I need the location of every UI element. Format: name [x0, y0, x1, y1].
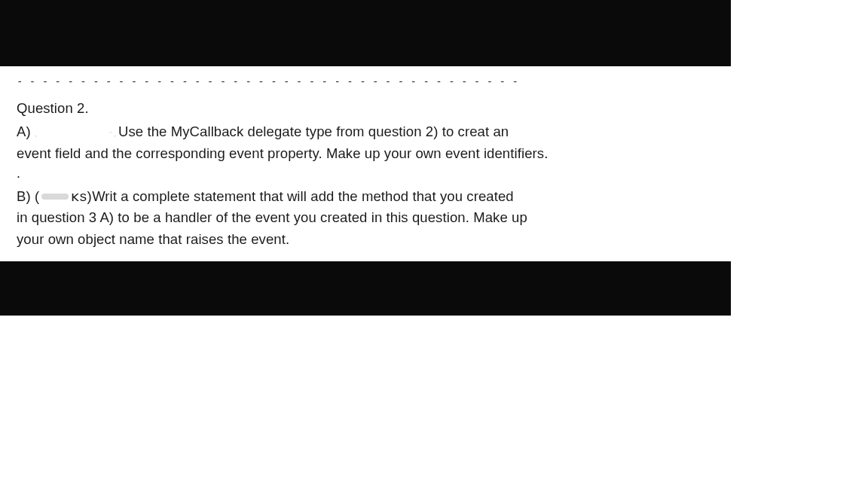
part-b-text-1: Writ a complete statement that will add …	[92, 186, 514, 208]
dashed-separator: - - - - - - - - - - - - - - - - - - - - …	[17, 74, 714, 90]
redact-mark-b: ˗ˏ	[109, 125, 117, 139]
part-a-prefix: A)	[17, 121, 31, 143]
question-heading: Question 2.	[17, 98, 714, 120]
part-a-text-1: Use the MyCallback delegate type from qu…	[118, 121, 509, 143]
redact-mark-a: ˎ	[34, 125, 38, 139]
stray-dot: .	[17, 165, 714, 181]
top-black-bar	[0, 0, 731, 66]
part-b-text-3: your own object name that raises the eve…	[17, 229, 714, 251]
part-a-text-2: event field and the corresponding event …	[17, 143, 714, 165]
redacted-pill-b	[41, 194, 69, 200]
bottom-black-bar	[0, 261, 731, 316]
screenshot-frame: - - - - - - - - - - - - - - - - - - - - …	[0, 0, 731, 316]
part-b-ks: ᴋs)	[71, 186, 92, 208]
part-b-text-2: in question 3 A) to be a handler of the …	[17, 207, 714, 229]
part-a-line1: A) ˎ ˗ˏ Use the MyCallback delegate type…	[17, 121, 714, 143]
part-b-prefix: B) (	[17, 186, 39, 208]
question-card: - - - - - - - - - - - - - - - - - - - - …	[0, 66, 731, 261]
part-b-line1: B) ( ᴋs) Writ a complete statement that …	[17, 186, 714, 208]
